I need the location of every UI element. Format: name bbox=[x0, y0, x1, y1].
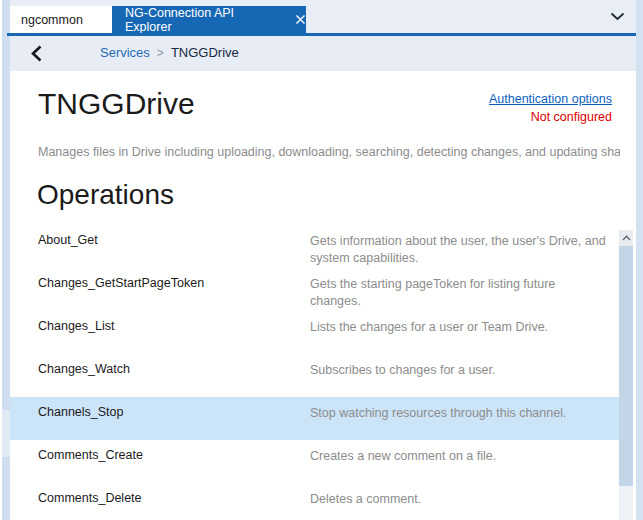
tab-ngcommon-label: ngcommon bbox=[21, 13, 83, 27]
operation-description: Creates a new comment on a file. bbox=[310, 448, 607, 465]
breadcrumb-bar: Services > TNGGDrive bbox=[10, 36, 636, 71]
operation-name: Changes_GetStartPageToken bbox=[38, 276, 310, 290]
service-description: Manages files in Drive including uploadi… bbox=[38, 145, 620, 159]
operation-description: Deletes a comment. bbox=[310, 491, 607, 508]
auth-block: Authentication options Not configured bbox=[489, 92, 612, 124]
authentication-options-link[interactable]: Authentication options bbox=[489, 92, 612, 106]
tab-api-explorer-label: NG-Connection API Explorer bbox=[125, 6, 283, 34]
operation-description: Gets the starting pageToken for listing … bbox=[310, 276, 607, 310]
back-icon[interactable] bbox=[26, 43, 46, 63]
chevron-down-icon[interactable] bbox=[606, 7, 628, 25]
operation-row-channels-stop-selected[interactable]: Channels_Stop Stop watching resources th… bbox=[10, 397, 619, 440]
operation-row-changes-list[interactable]: Changes_List Lists the changes for a use… bbox=[10, 311, 619, 354]
scrollbar-thumb[interactable] bbox=[619, 246, 633, 486]
operation-description: Lists the changes for a user or Team Dri… bbox=[310, 319, 607, 336]
page-title: TNGGDrive bbox=[38, 87, 195, 121]
operation-row-changes-watch[interactable]: Changes_Watch Subscribes to changes for … bbox=[10, 354, 619, 397]
operation-row-changes-getstartpagetoken[interactable]: Changes_GetStartPageToken Gets the start… bbox=[10, 268, 619, 311]
scroll-up-icon[interactable] bbox=[619, 230, 633, 246]
window-left-edge bbox=[2, 0, 10, 520]
service-detail-panel: TNGGDrive Authentication options Not con… bbox=[10, 71, 636, 520]
window-right-edge bbox=[636, 0, 643, 520]
operation-row-comments-delete[interactable]: Comments_Delete Deletes a comment. bbox=[10, 483, 619, 520]
operation-row-comments-create[interactable]: Comments_Create Creates a new comment on… bbox=[10, 440, 619, 483]
operations-scrollbar[interactable] bbox=[619, 230, 633, 520]
tab-bar: ngcommon NG-Connection API Explorer bbox=[10, 0, 636, 33]
operation-name: Channels_Stop bbox=[38, 405, 310, 419]
operation-description: Subscribes to changes for a user. bbox=[310, 362, 607, 379]
operation-description: Stop watching resources through this cha… bbox=[310, 405, 607, 422]
tab-ngcommon[interactable]: ngcommon bbox=[10, 6, 112, 33]
operation-description: Gets information about the user, the use… bbox=[310, 233, 607, 267]
operation-name: Changes_List bbox=[38, 319, 310, 333]
operations-list: About_Get Gets information about the use… bbox=[10, 225, 619, 520]
breadcrumb-current: TNGGDrive bbox=[171, 45, 239, 60]
operation-row-about-get[interactable]: About_Get Gets information about the use… bbox=[10, 225, 619, 268]
api-explorer-window: { "tabs": { "background_tab": "ngcommon"… bbox=[0, 0, 643, 520]
breadcrumb: Services > TNGGDrive bbox=[100, 45, 239, 60]
operation-name: About_Get bbox=[38, 233, 310, 247]
close-icon[interactable] bbox=[295, 14, 306, 25]
operation-name: Changes_Watch bbox=[38, 362, 310, 376]
auth-status-badge: Not configured bbox=[489, 110, 612, 124]
operations-heading: Operations bbox=[37, 179, 174, 211]
operation-name: Comments_Delete bbox=[38, 491, 310, 505]
operation-name: Comments_Create bbox=[38, 448, 310, 462]
breadcrumb-link-services[interactable]: Services bbox=[100, 45, 150, 60]
tab-api-explorer[interactable]: NG-Connection API Explorer bbox=[112, 6, 306, 33]
window-left-edge-segment bbox=[2, 410, 10, 457]
breadcrumb-separator: > bbox=[157, 46, 164, 60]
